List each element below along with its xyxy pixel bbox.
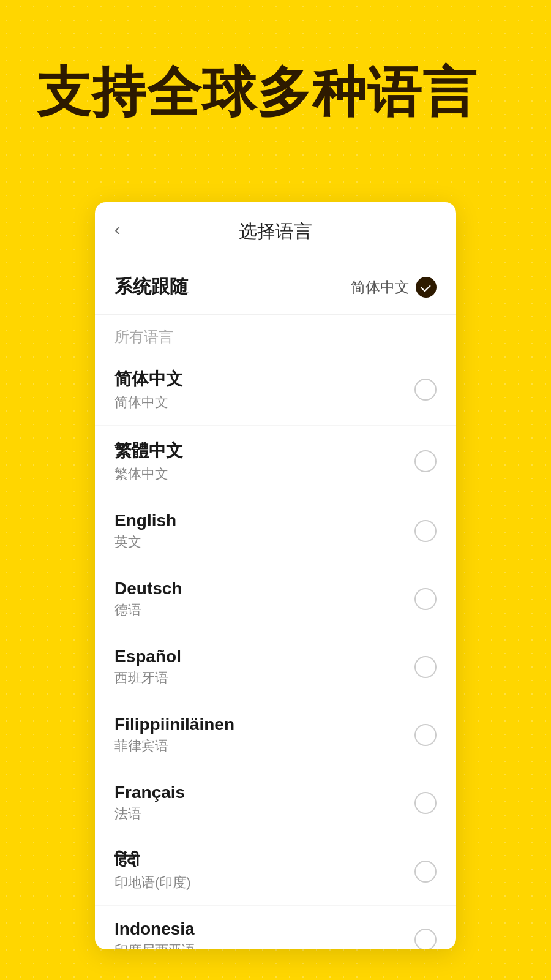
section-header: 所有语言 (95, 315, 456, 354)
lang-item[interactable]: Español西班牙语 (95, 633, 456, 701)
radio-button (414, 656, 437, 678)
lang-item[interactable]: English英文 (95, 497, 456, 565)
lang-item[interactable]: Français法语 (95, 769, 456, 837)
lang-text: Français法语 (114, 783, 185, 823)
radio-button (414, 379, 437, 401)
lang-native: 法语 (114, 805, 185, 823)
lang-item[interactable]: Deutsch德语 (95, 565, 456, 633)
lang-name: 繁體中文 (114, 439, 183, 462)
lang-native: 德语 (114, 601, 182, 619)
lang-item[interactable]: 简体中文简体中文 (95, 354, 456, 426)
lang-text: Español西班牙语 (114, 647, 181, 687)
lang-name: 简体中文 (114, 368, 183, 391)
lang-text: हिंदी印地语(印度) (114, 851, 191, 892)
lang-text: Indonesia印度尼西亚语 (114, 919, 195, 949)
selected-check-icon (416, 277, 437, 298)
lang-name: Français (114, 783, 185, 802)
all-languages-label: 所有语言 (114, 328, 173, 345)
lang-native: 菲律宾语 (114, 737, 234, 755)
language-select-card: ‹ 选择语言 系统跟随 简体中文 所有语言 简体中文简体中文繁體中文繁体中文En… (95, 202, 456, 949)
system-follow-language: 简体中文 (351, 277, 410, 297)
lang-text: 繁體中文繁体中文 (114, 439, 183, 483)
lang-item[interactable]: 繁體中文繁体中文 (95, 426, 456, 497)
back-button[interactable]: ‹ (110, 217, 125, 242)
card-header: ‹ 选择语言 (95, 202, 456, 257)
background: 支持全球多种语言 ‹ 选择语言 系统跟随 简体中文 所有语言 简体中文简体中文繁… (0, 0, 551, 980)
lang-native: 英文 (114, 533, 176, 551)
radio-button (414, 450, 437, 472)
radio-button (414, 520, 437, 542)
hero-title: 支持全球多种语言 (37, 61, 514, 123)
system-follow-label: 系统跟随 (114, 274, 188, 300)
lang-name: Filippiiniläinen (114, 715, 234, 734)
lang-name: Indonesia (114, 919, 195, 939)
lang-native: 印度尼西亚语 (114, 941, 195, 949)
lang-item[interactable]: Indonesia印度尼西亚语 (95, 906, 456, 949)
radio-button (414, 792, 437, 814)
lang-native: 简体中文 (114, 393, 183, 412)
radio-button (414, 588, 437, 610)
lang-text: English英文 (114, 511, 176, 551)
system-follow-value: 简体中文 (351, 277, 437, 298)
lang-native: 印地语(印度) (114, 873, 191, 892)
lang-item[interactable]: हिंदी印地语(印度) (95, 837, 456, 906)
lang-item[interactable]: Filippiiniläinen菲律宾语 (95, 701, 456, 769)
lang-native: 西班牙语 (114, 669, 181, 687)
language-list: 简体中文简体中文繁體中文繁体中文English英文Deutsch德语Españo… (95, 354, 456, 949)
lang-native: 繁体中文 (114, 465, 183, 483)
lang-name: English (114, 511, 176, 530)
lang-name: Deutsch (114, 579, 182, 598)
lang-text: Filippiiniläinen菲律宾语 (114, 715, 234, 755)
lang-text: 简体中文简体中文 (114, 368, 183, 412)
radio-button (414, 861, 437, 883)
radio-button (414, 724, 437, 746)
system-follow-row[interactable]: 系统跟随 简体中文 (95, 257, 456, 315)
lang-name: Español (114, 647, 181, 666)
card-title: 选择语言 (239, 219, 312, 244)
radio-button (414, 929, 437, 949)
lang-text: Deutsch德语 (114, 579, 182, 619)
lang-name: हिंदी (114, 851, 191, 871)
